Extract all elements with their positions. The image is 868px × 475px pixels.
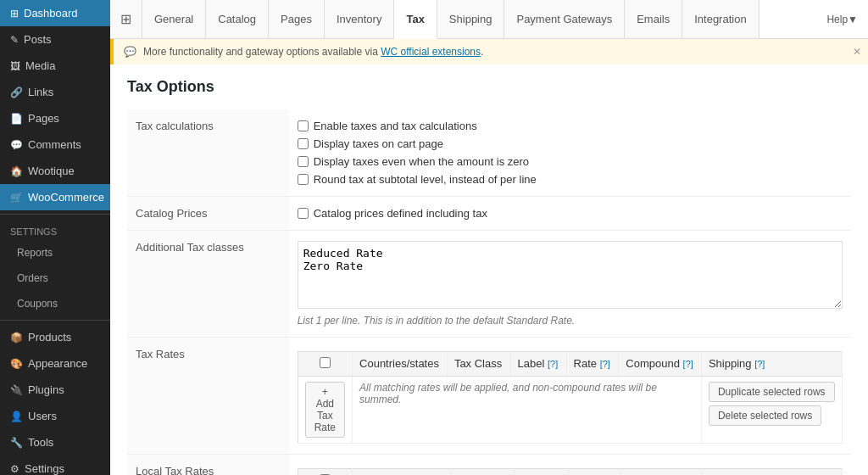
sidebar-item-comments[interactable]: 💬 Comments xyxy=(0,131,110,158)
tab-icon: ⊞ xyxy=(110,0,142,38)
sidebar-item-media[interactable]: 🖼 Media xyxy=(0,53,110,79)
compound-help-icon[interactable]: [?] xyxy=(683,359,693,369)
dashboard-icon: ⊞ xyxy=(10,8,19,20)
sidebar-item-products[interactable]: 📦 Products xyxy=(0,324,110,350)
label-tax-calculations: Tax calculations xyxy=(127,109,289,197)
sidebar-item-settings[interactable]: ⚙ Settings xyxy=(0,455,110,475)
notice-close-icon[interactable]: ✕ xyxy=(853,46,861,58)
tab-integration[interactable]: Integration xyxy=(682,0,759,38)
th-check xyxy=(298,352,352,377)
page-body: Tax Options Tax calculations Enable taxe… xyxy=(110,64,868,475)
page-title: Tax Options xyxy=(127,78,851,96)
tax-rates-actions: Duplicate selected rows Delete selected … xyxy=(701,377,842,444)
cell-local-tax-rates: Post/zip codes [?] Tax Class Label [?] xyxy=(289,455,851,476)
main-area: ⊞ General Catalog Pages Inventory Tax Sh… xyxy=(110,0,868,475)
posts-icon: ✎ xyxy=(10,34,19,46)
sidebar-item-reports[interactable]: Reports xyxy=(0,240,110,265)
tax-calc-checkboxes: Enable taxes and tax calculations Displa… xyxy=(298,120,843,186)
th-shipping: Shipping [?] xyxy=(701,352,842,377)
tax-rates-add-row: + Add Tax Rate All matching rates will b… xyxy=(298,377,842,444)
tab-tax[interactable]: Tax xyxy=(394,0,437,39)
checkbox-round-subtotal-input[interactable] xyxy=(298,174,309,185)
sidebar-item-orders[interactable]: Orders xyxy=(0,265,110,291)
th-countries: Countries/states xyxy=(353,352,448,377)
th-tax-class: Tax Class xyxy=(447,352,510,377)
sidebar-item-posts[interactable]: ✎ Posts xyxy=(0,26,110,53)
comments-icon: 💬 xyxy=(10,139,23,151)
media-icon: 🖼 xyxy=(10,60,20,72)
notice-link[interactable]: WC official extensions xyxy=(381,46,481,58)
notice-bar: 💬 More functionality and gateway options… xyxy=(110,39,868,64)
tab-inventory[interactable]: Inventory xyxy=(325,0,394,38)
label-help-icon[interactable]: [?] xyxy=(548,359,558,369)
delete-rows-button[interactable]: Delete selected rows xyxy=(709,405,821,426)
tax-rates-header-row: Countries/states Tax Class Label [?] Rat… xyxy=(298,352,842,377)
shipping-help-icon[interactable]: [?] xyxy=(754,359,765,369)
local-tax-rates-table: Post/zip codes [?] Tax Class Label [?] xyxy=(298,468,843,475)
row-local-tax-rates: Local Tax Rates Post/zip codes [?] xyxy=(127,455,851,476)
sidebar-item-wootique[interactable]: 🏠 Wootique xyxy=(0,158,110,184)
sidebar-item-dashboard[interactable]: ⊞ Dashboard xyxy=(0,0,110,26)
sidebar-item-tools[interactable]: 🔧 Tools xyxy=(0,429,110,455)
divider2 xyxy=(0,320,110,321)
duplicate-rows-button[interactable]: Duplicate selected rows xyxy=(709,382,835,402)
tab-payment-gateways[interactable]: Payment Gateways xyxy=(504,0,625,38)
checkbox-catalog-incl-tax-input[interactable] xyxy=(298,208,309,219)
label-catalog-prices: Catalog Prices xyxy=(127,197,289,231)
td-add-btn: + Add Tax Rate xyxy=(298,377,352,444)
sidebar: ⊞ Dashboard ✎ Posts 🖼 Media 🔗 Links 📄 Pa… xyxy=(0,0,110,475)
checkbox-round-subtotal[interactable]: Round tax at subtotal level, instead of … xyxy=(298,173,843,186)
sidebar-item-pages[interactable]: 📄 Pages xyxy=(0,105,110,131)
th-compound-local: Compound [?] xyxy=(620,469,701,476)
notice-icon: 💬 xyxy=(124,46,136,58)
tab-shipping[interactable]: Shipping xyxy=(437,0,505,38)
checkbox-display-zero[interactable]: Display taxes even when the amount is ze… xyxy=(298,155,843,168)
sidebar-item-coupons[interactable]: Coupons xyxy=(0,291,110,316)
checkbox-enable-taxes[interactable]: Enable taxes and tax calculations xyxy=(298,120,843,132)
settings-section-label: Settings xyxy=(0,218,110,240)
tax-rates-section: Countries/states Tax Class Label [?] Rat… xyxy=(298,351,843,444)
local-tax-rates-section: Post/zip codes [?] Tax Class Label [?] xyxy=(298,468,843,475)
appearance-icon: 🎨 xyxy=(10,358,23,370)
checkbox-display-cart[interactable]: Display taxes on cart page xyxy=(298,137,843,150)
wootique-icon: 🏠 xyxy=(10,165,23,177)
label-additional-tax-classes: Additional Tax classes xyxy=(127,231,289,338)
tab-emails[interactable]: Emails xyxy=(625,0,682,38)
th-label: Label [?] xyxy=(510,352,566,377)
add-tax-rate-button[interactable]: + Add Tax Rate xyxy=(305,382,345,438)
th-tax-class-local: Tax Class xyxy=(452,469,514,476)
tabs: ⊞ General Catalog Pages Inventory Tax Sh… xyxy=(110,0,760,38)
sidebar-item-woocommerce[interactable]: 🛒 WooCommerce xyxy=(0,184,110,210)
tab-catalog[interactable]: Catalog xyxy=(206,0,269,38)
cell-catalog-prices: Catalog prices defined including tax xyxy=(289,197,851,231)
pages-icon: 📄 xyxy=(10,113,23,125)
settings-icon: ⚙ xyxy=(10,463,19,475)
tax-classes-textarea[interactable]: Reduced Rate Zero Rate xyxy=(298,241,843,309)
th-compound: Compound [?] xyxy=(619,352,702,377)
woocommerce-icon: 🛒 xyxy=(10,192,23,204)
content-area: 💬 More functionality and gateway options… xyxy=(110,39,868,475)
tax-rates-table: Countries/states Tax Class Label [?] Rat… xyxy=(298,351,843,444)
row-tax-calculations: Tax calculations Enable taxes and tax ca… xyxy=(127,109,851,197)
select-all-tax-rates[interactable] xyxy=(320,357,331,368)
sidebar-item-appearance[interactable]: 🎨 Appearance xyxy=(0,350,110,377)
sidebar-item-links[interactable]: 🔗 Links xyxy=(0,79,110,105)
label-local-tax-rates: Local Tax Rates xyxy=(127,455,289,476)
checkbox-display-zero-input[interactable] xyxy=(298,156,309,167)
th-postzip: Post/zip codes [?] xyxy=(353,469,452,476)
checkbox-display-cart-input[interactable] xyxy=(298,138,309,149)
settings-table: Tax calculations Enable taxes and tax ca… xyxy=(127,109,851,475)
help-button[interactable]: Help ▼ xyxy=(816,0,868,38)
cell-additional-tax-classes: Reduced Rate Zero Rate List 1 per line. … xyxy=(289,231,851,338)
checkbox-enable-taxes-input[interactable] xyxy=(298,120,309,131)
th-rate: Rate [?] xyxy=(566,352,619,377)
rate-help-icon[interactable]: [?] xyxy=(600,359,610,369)
sidebar-item-users[interactable]: 👤 Users xyxy=(0,403,110,429)
label-tax-rates: Tax Rates xyxy=(127,338,289,455)
grid-icon: ⊞ xyxy=(120,11,131,27)
tab-pages[interactable]: Pages xyxy=(269,0,325,38)
checkbox-catalog-incl-tax[interactable]: Catalog prices defined including tax xyxy=(298,207,843,220)
tab-general[interactable]: General xyxy=(142,0,206,38)
plugins-icon: 🔌 xyxy=(10,384,23,396)
sidebar-item-plugins[interactable]: 🔌 Plugins xyxy=(0,377,110,403)
